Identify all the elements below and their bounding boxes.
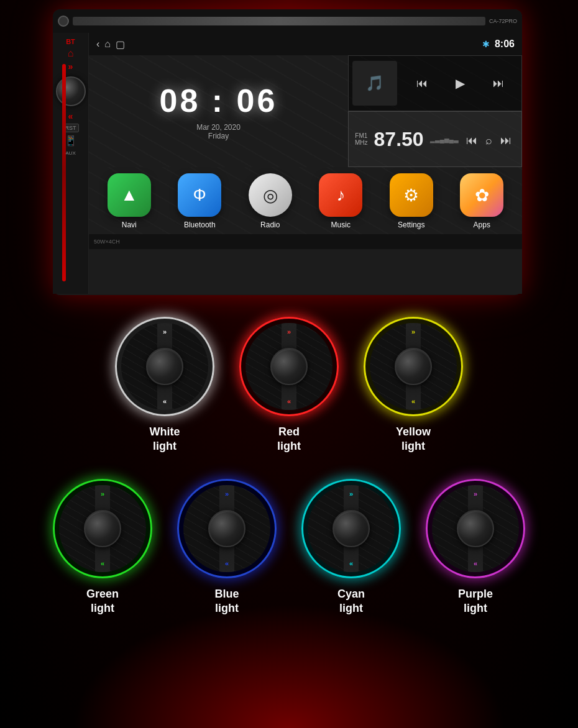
power-label: 50W×4CH: [94, 239, 120, 245]
apps-grid: ▲ Navi Ф Bluetooth ◎ Radio ♪: [89, 167, 522, 234]
color-variants: » « Whitelight » «: [0, 304, 578, 629]
navi-app-icon[interactable]: ▲ Navi: [108, 173, 151, 229]
red-knob-ring: » «: [239, 317, 339, 416]
clock-panel: 08 : 06 Mar 20, 2020 Friday: [89, 55, 348, 167]
signal-bars: ▂▃▄▅▄▃: [430, 136, 459, 143]
dial: [395, 348, 432, 385]
variants-row-1: » « Whitelight » «: [0, 304, 578, 466]
fm-label: FM1 MHz: [355, 132, 368, 146]
radio-top-bar: CA-72PRO: [53, 9, 522, 33]
strip-arrows: » «: [344, 485, 359, 572]
dial: [208, 510, 245, 547]
dial: [457, 510, 494, 547]
clock-time: 08 : 06: [160, 82, 278, 119]
volume-knob[interactable]: [56, 76, 86, 106]
fm-frequency: 87.50: [374, 128, 424, 151]
top-bar-fill: [73, 17, 485, 25]
next-track-button[interactable]: ⏭: [493, 77, 504, 90]
model-label: CA-72PRO: [489, 18, 517, 24]
bluetooth-icon-circle: Ф: [178, 173, 221, 217]
recent-nav-button[interactable]: ▢: [116, 39, 125, 50]
radio-next-button[interactable]: ⏭: [500, 134, 511, 147]
settings-app-icon[interactable]: ⚙ Settings: [390, 173, 433, 229]
side-strip: [62, 64, 66, 281]
music-app-icon[interactable]: ♪ Music: [319, 173, 362, 229]
home-button[interactable]: ⌂: [68, 48, 74, 59]
left-controls: BT ⌂ » « RST 📱 AUX: [53, 33, 89, 294]
red-light-variant: » « Redlight: [239, 317, 339, 454]
play-pause-button[interactable]: ▶: [456, 76, 465, 91]
clock-date: Mar 20, 2020 Friday: [196, 123, 241, 140]
dial: [270, 348, 308, 385]
white-light-label: Whitelight: [150, 425, 180, 454]
apps-label: Apps: [474, 221, 490, 229]
settings-label: Settings: [398, 221, 424, 229]
white-light-variant: » « Whitelight: [115, 317, 214, 454]
music-label: Music: [331, 221, 351, 229]
home-nav-button[interactable]: ⌂: [104, 39, 111, 50]
strip-arrows: » «: [406, 323, 421, 410]
status-bar: ‹ ⌂ ▢ ✱ 8:06: [89, 33, 522, 55]
back-nav-button[interactable]: ‹: [96, 39, 99, 50]
radio-icon-circle: ◎: [249, 173, 292, 217]
strip-arrows: » «: [282, 323, 296, 410]
prev-track-button[interactable]: ⏮: [416, 77, 428, 90]
main-screen: ‹ ⌂ ▢ ✱ 8:06 08 : 06 Mar 20, 2020 Friday…: [89, 33, 522, 294]
green-knob-inner: » «: [59, 485, 146, 572]
strip-arrows: » «: [219, 485, 234, 572]
radio-prev-button[interactable]: ⏮: [466, 134, 477, 147]
red-knob-inner: » «: [245, 323, 333, 410]
cyan-knob-ring: » «: [301, 479, 401, 578]
radio-search-button[interactable]: ⌕: [485, 134, 492, 147]
cyan-light-label: Cyanlight: [337, 587, 365, 616]
purple-knob-inner: » «: [432, 485, 519, 572]
bluetooth-status-icon: ✱: [482, 39, 490, 49]
radio-label: Radio: [260, 221, 280, 229]
camera-lens: [58, 16, 69, 27]
white-knob-ring: » «: [115, 317, 214, 416]
bluetooth-app-icon[interactable]: Ф Bluetooth: [178, 173, 221, 229]
status-time: 8:06: [495, 39, 515, 50]
radio-app-icon[interactable]: ◎ Radio: [249, 173, 292, 229]
forward-button[interactable]: »: [68, 61, 73, 71]
white-knob-inner: » «: [121, 323, 208, 410]
settings-icon-circle: ⚙: [390, 173, 433, 217]
media-panel: 🎵 ⏮ ▶ ⏭: [348, 55, 522, 111]
apps-app-icon[interactable]: ✿ Apps: [460, 173, 503, 229]
radio-controls: ⏮ ⌕ ⏭: [462, 134, 515, 147]
yellow-light-label: Yellowlight: [396, 425, 431, 454]
dial: [146, 348, 183, 385]
right-panels: 🎵 ⏮ ▶ ⏭ FM1 MHz 87.50 ▂▃▄▅▄▃: [348, 55, 522, 167]
media-controls: ⏮ ▶ ⏭: [402, 76, 518, 91]
navi-icon-circle: ▲: [108, 173, 151, 217]
variants-row-2: » « Greenlight » «: [0, 466, 578, 629]
navi-label: Navi: [122, 221, 137, 229]
dial: [333, 510, 370, 547]
green-knob-ring: » «: [53, 479, 152, 578]
blue-light-variant: » « Bluelight: [177, 479, 277, 616]
strip-arrows: » «: [95, 485, 110, 572]
cyan-knob-inner: » «: [308, 485, 395, 572]
aux-label: AUX: [65, 150, 75, 156]
purple-light-label: Purplelight: [458, 587, 493, 616]
green-light-variant: » « Greenlight: [53, 479, 152, 616]
back-button[interactable]: «: [68, 111, 73, 121]
screen-bottom-bar: 50W×4CH: [89, 234, 522, 249]
cyan-light-variant: » « Cyanlight: [301, 479, 401, 616]
radio-unit: CA-72PRO BT ⌂ » « RST 📱 AUX ‹ ⌂ ▢ ✱ 8:06…: [53, 9, 522, 295]
dial: [84, 510, 121, 547]
yellow-light-variant: » « Yellowlight: [364, 317, 463, 454]
purple-knob-ring: » «: [426, 479, 525, 578]
bluetooth-label: Bluetooth: [184, 221, 216, 229]
strip-arrows: » «: [468, 485, 483, 572]
blue-light-label: Bluelight: [214, 587, 239, 616]
green-light-label: Greenlight: [86, 587, 119, 616]
bt-button[interactable]: BT: [66, 38, 75, 45]
blue-knob-inner: » «: [183, 485, 270, 572]
radio-panel: FM1 MHz 87.50 ▂▃▄▅▄▃ ⏮ ⌕ ⏭: [348, 111, 522, 167]
main-content-area: 08 : 06 Mar 20, 2020 Friday 🎵 ⏮ ▶ ⏭: [89, 55, 522, 167]
red-light-label: Redlight: [277, 425, 301, 454]
phone-button[interactable]: 📱: [65, 135, 77, 147]
yellow-knob-ring: » «: [364, 317, 463, 416]
yellow-knob-inner: » «: [370, 323, 457, 410]
